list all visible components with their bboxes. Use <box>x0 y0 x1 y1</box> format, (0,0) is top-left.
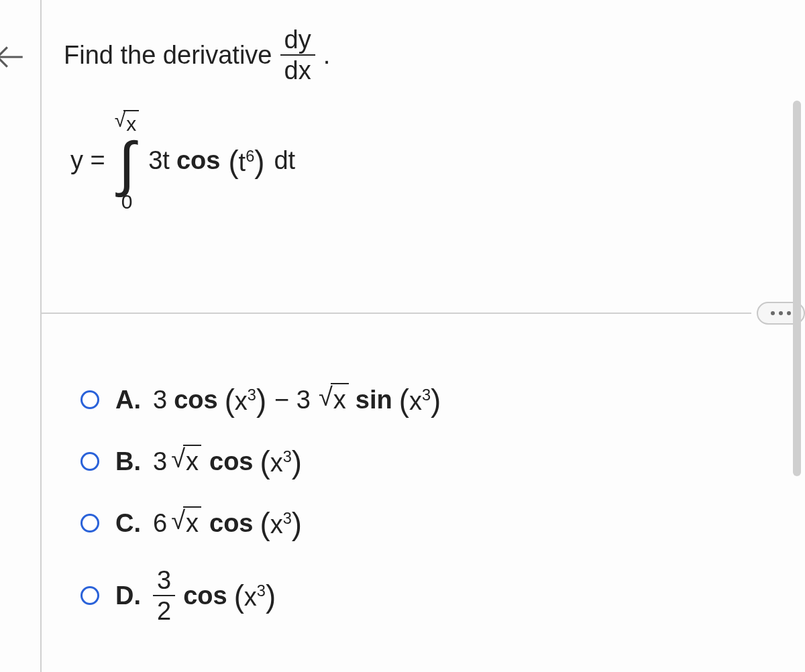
integral-symbol: √x ∫ 0 <box>115 110 139 212</box>
vertical-divider <box>40 0 42 672</box>
radio-icon[interactable] <box>80 452 99 471</box>
sqrt-icon: √x <box>319 383 349 416</box>
radio-icon[interactable] <box>80 390 99 409</box>
dot-icon <box>787 311 791 315</box>
dot-icon <box>771 311 775 315</box>
prompt-text: Find the derivative <box>64 41 272 70</box>
option-a[interactable]: A. 3 cos (x3) − 3 √x sin (x3) <box>80 382 441 417</box>
back-arrow-icon[interactable] <box>0 40 27 76</box>
equation-lhs: y = <box>70 146 105 175</box>
option-c[interactable]: C. 6 √x cos (x3) <box>80 506 441 541</box>
dy-dx-fraction: dy dx <box>280 27 315 83</box>
integrand: 3t cos (t6) dt <box>148 144 295 178</box>
integral-equation: y = √x ∫ 0 3t cos (t6) dt <box>70 110 778 212</box>
sqrt-icon: √x <box>171 445 201 478</box>
sqrt-icon: √x <box>171 506 201 540</box>
scrollbar[interactable] <box>793 101 801 476</box>
section-divider <box>42 302 805 325</box>
radio-icon[interactable] <box>80 514 99 533</box>
question-prompt: Find the derivative dy dx . <box>64 27 778 83</box>
radio-icon[interactable] <box>80 586 99 605</box>
dot-icon <box>779 311 783 315</box>
option-b[interactable]: B. 3 √x cos (x3) <box>80 444 441 479</box>
option-d[interactable]: D. 3 2 cos (x3) <box>80 567 441 624</box>
